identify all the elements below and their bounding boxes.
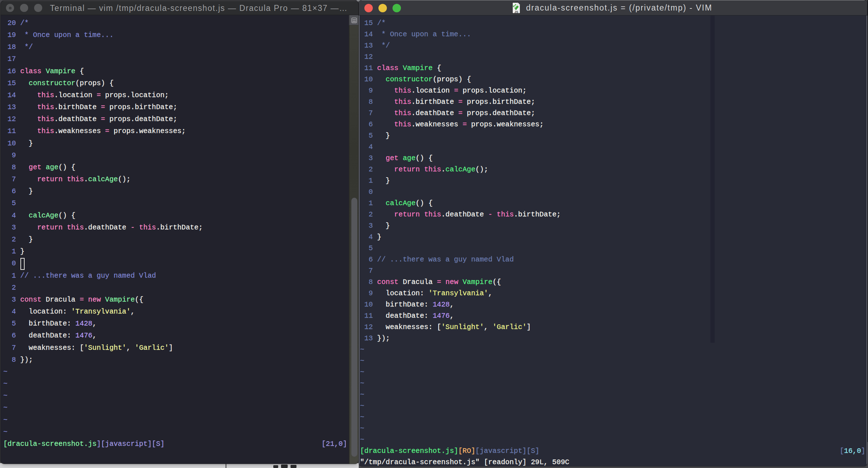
svg-text:JS: JS bbox=[514, 10, 518, 14]
